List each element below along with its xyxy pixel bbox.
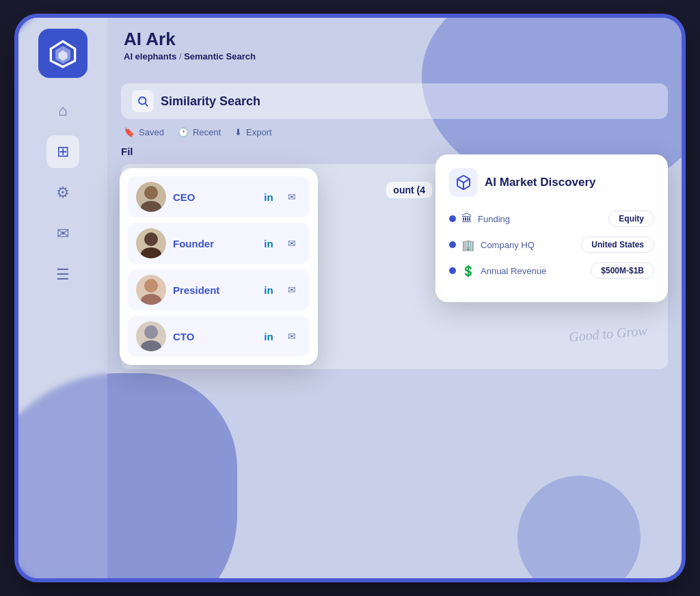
linkedin-icon-cto: in <box>264 331 273 342</box>
recent-button[interactable]: 🕐 Recent <box>178 127 221 137</box>
hq-label: Company HQ <box>481 240 576 250</box>
people-popup: CEO in ✉ Founder in <box>120 168 318 365</box>
sidebar-icon-mail[interactable]: ✉ <box>46 217 79 250</box>
market-row-revenue: 💲 Annual Revenue $500M-$1B <box>449 262 654 279</box>
breadcrumb-current: Semantic Search <box>184 51 256 62</box>
svg-point-8 <box>144 279 158 293</box>
person-name-ceo: CEO <box>173 191 252 203</box>
linkedin-icon-ceo: in <box>264 191 273 203</box>
sidebar: ⌂ ⊞ ⚙ ✉ ☰ <box>18 18 107 578</box>
search-icon <box>132 90 154 112</box>
watermark: Good to Grow <box>568 323 647 345</box>
email-button-cto[interactable]: ✉ <box>282 327 301 346</box>
person-row-cto: CTO in ✉ <box>128 316 310 357</box>
person-row-president: President in ✉ <box>128 269 310 310</box>
email-button-president[interactable]: ✉ <box>282 280 301 299</box>
person-icons-founder: in ✉ <box>259 234 301 253</box>
person-icons-cto: in ✉ <box>259 327 301 346</box>
email-icon-president: ✉ <box>288 284 296 295</box>
linkedin-button-founder[interactable]: in <box>259 234 278 253</box>
funding-icon: 🏛 <box>461 213 472 225</box>
sidebar-icon-gallery[interactable]: ⊞ <box>46 135 79 168</box>
export-icon: ⬇ <box>234 127 242 137</box>
svg-point-4 <box>144 186 158 200</box>
email-icon-ceo: ✉ <box>288 191 296 202</box>
app-title: AI Ark <box>124 29 256 50</box>
person-row-ceo: CEO in ✉ <box>128 176 310 217</box>
saved-label: Saved <box>139 127 164 137</box>
filter-label: Fil <box>121 146 133 157</box>
market-popup: AI Market Discovery 🏛 Funding Equity 🏢 C… <box>435 154 668 302</box>
person-name-cto: CTO <box>173 331 252 342</box>
revenue-tag[interactable]: $500M-$1B <box>591 262 654 279</box>
svg-point-7 <box>141 247 161 258</box>
count-text: ount (4 <box>393 185 425 195</box>
email-button-founder[interactable]: ✉ <box>282 234 301 253</box>
svg-point-5 <box>141 201 161 212</box>
header: AI Ark AI elephants / Semantic Search <box>107 18 682 72</box>
person-name-president: President <box>173 284 252 296</box>
linkedin-button-ceo[interactable]: in <box>259 187 278 206</box>
recent-icon: 🕐 <box>178 127 189 137</box>
person-icons-ceo: in ✉ <box>259 187 301 206</box>
email-button-ceo[interactable]: ✉ <box>282 187 301 206</box>
sidebar-icon-list[interactable]: ☰ <box>46 258 79 291</box>
sidebar-icon-settings[interactable]: ⚙ <box>46 176 79 209</box>
svg-point-6 <box>144 232 158 246</box>
search-bar: Similarity Search <box>121 83 668 119</box>
avatar-president <box>136 275 166 305</box>
linkedin-icon-founder: in <box>264 238 273 249</box>
market-popup-title: AI Market Discovery <box>485 176 596 189</box>
funding-tag[interactable]: Equity <box>608 211 654 227</box>
email-icon-cto: ✉ <box>288 331 296 342</box>
recent-label: Recent <box>193 127 221 137</box>
breadcrumb-base: AI elephants <box>124 51 176 62</box>
app-logo[interactable] <box>38 29 88 78</box>
market-row-funding: 🏛 Funding Equity <box>449 211 654 227</box>
email-icon-founder: ✉ <box>288 238 296 249</box>
revenue-icon: 💲 <box>461 265 475 277</box>
linkedin-button-president[interactable]: in <box>259 280 278 299</box>
sidebar-icon-home[interactable]: ⌂ <box>46 94 79 127</box>
hq-icon: 🏢 <box>461 239 475 252</box>
funding-label: Funding <box>478 214 603 224</box>
avatar-founder <box>136 228 166 258</box>
export-button[interactable]: ⬇ Export <box>234 127 272 137</box>
search-label: Similarity Search <box>161 94 260 109</box>
count-badge: ount (4 <box>386 182 432 198</box>
linkedin-icon-president: in <box>264 284 273 296</box>
person-row-founder: Founder in ✉ <box>128 223 310 264</box>
revenue-label: Annual Revenue <box>481 266 585 276</box>
market-popup-icon <box>449 168 478 197</box>
saved-button[interactable]: 🔖 Saved <box>124 127 164 137</box>
hq-tag[interactable]: United States <box>581 236 654 253</box>
export-label: Export <box>246 127 272 137</box>
person-icons-president: in ✉ <box>259 280 301 299</box>
market-dot-funding <box>449 215 456 222</box>
avatar-cto <box>136 321 166 351</box>
market-dot-hq <box>449 241 456 248</box>
market-popup-header: AI Market Discovery <box>449 168 654 197</box>
breadcrumb: AI elephants / Semantic Search <box>124 51 256 62</box>
svg-point-9 <box>141 294 161 305</box>
saved-icon: 🔖 <box>124 127 135 137</box>
avatar-ceo <box>136 182 166 212</box>
market-row-hq: 🏢 Company HQ United States <box>449 236 654 253</box>
linkedin-button-cto[interactable]: in <box>259 327 278 346</box>
svg-point-11 <box>141 340 161 351</box>
svg-point-10 <box>144 325 158 339</box>
action-bar: 🔖 Saved 🕐 Recent ⬇ Export <box>121 127 668 137</box>
market-dot-revenue <box>449 267 456 274</box>
person-name-founder: Founder <box>173 238 252 249</box>
